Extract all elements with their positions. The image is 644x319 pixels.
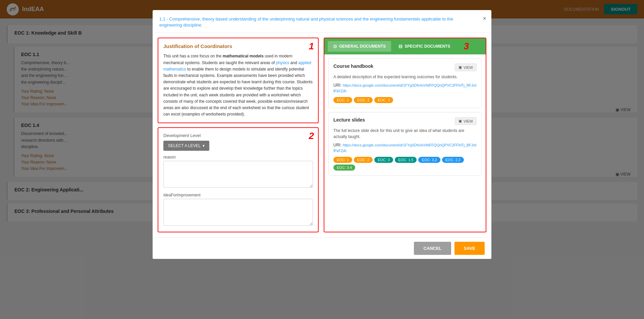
doc2-tag-6: EOC: 2.2 xyxy=(442,157,464,163)
doc2-tag-2: EOC: 2 xyxy=(354,157,373,163)
save-button[interactable]: SAVE xyxy=(454,242,485,255)
doc1-tag-2: EOC: 2 xyxy=(354,97,373,103)
specific-doc-icon: ⊟ xyxy=(398,44,402,49)
doc1-uri-label: URI: xyxy=(333,83,341,88)
section1-title: Justification of Coordinators xyxy=(163,43,313,49)
modal-footer: CANCEL SAVE xyxy=(153,237,491,259)
doc2-uri-section: URI: https://docs.google.com/document/d/… xyxy=(333,142,477,153)
modal-close-button[interactable]: × xyxy=(483,15,486,22)
idea-textarea[interactable] xyxy=(163,199,313,226)
doc2-tag-4: EOC: 1.5 xyxy=(395,157,417,163)
doc1-tag-1: EOC: 1 xyxy=(333,97,352,103)
reason-label: reason xyxy=(163,155,313,160)
tab-specific-documents[interactable]: ⊟ SPECIFIC DOCUMENTS xyxy=(393,41,455,52)
doc-tabs: ⊙ GENERAL DOCUMENTS ⊟ SPECIFIC DOCUMENTS xyxy=(324,38,486,54)
section1-box: 1 Justification of Coordinators This uni… xyxy=(158,38,319,123)
doc2-uri-link[interactable]: https://docs.google.com/document/d/1FYgS… xyxy=(333,143,476,152)
doc2-tag-5: EOC: 3.2 xyxy=(418,157,440,163)
doc1-header: Course handbook ▣ VIEW xyxy=(333,63,477,71)
right-panel: 3 ⊙ GENERAL DOCUMENTS ⊟ SPECIFIC DOCUMEN… xyxy=(324,38,486,232)
modal-dialog: 1.1 - Comprehensive, theory based unders… xyxy=(153,10,491,259)
doc2-card: Lecture slides ▣ VIEW The full lecture s… xyxy=(328,112,482,176)
doc2-uri-label: URI: xyxy=(333,143,341,147)
doc2-tags: EOC: 1 EOC: 2 EOC: 3 EOC: 1.5 EOC: 3.2 E… xyxy=(333,157,477,171)
doc2-title: Lecture slides xyxy=(333,117,365,123)
doc1-view-icon: ▣ xyxy=(459,65,462,70)
doc1-uri-link[interactable]: https://docs.google.com/document/d/1FYgS… xyxy=(333,83,476,93)
doc2-tag-1: EOC: 1 xyxy=(333,157,352,163)
doc1-title: Course handbook xyxy=(333,63,373,69)
doc1-description: A detailed description of the expected l… xyxy=(333,74,477,80)
doc2-description: The full lecture slide deck for this uni… xyxy=(333,128,477,140)
reason-textarea[interactable] xyxy=(163,161,313,188)
doc1-uri-section: URI: https://docs.google.com/document/d/… xyxy=(333,83,477,94)
section2-number: 2 xyxy=(309,131,314,141)
doc2-header: Lecture slides ▣ VIEW xyxy=(333,117,477,125)
doc1-view-button[interactable]: ▣ VIEW xyxy=(455,63,477,71)
doc2-tag-3: EOC: 3 xyxy=(374,157,393,163)
cancel-button[interactable]: CANCEL xyxy=(414,242,451,255)
modal-title: 1.1 - Comprehensive, theory based unders… xyxy=(159,16,485,28)
idea-label: ideaForImprovement xyxy=(163,193,313,197)
modal-overlay: 1.1 - Comprehensive, theory based unders… xyxy=(0,0,644,319)
general-doc-icon: ⊙ xyxy=(333,44,337,49)
modal-header: 1.1 - Comprehensive, theory based unders… xyxy=(153,10,491,33)
doc2-view-button[interactable]: ▣ VIEW xyxy=(455,117,477,125)
section1-text: This unit has a core focus on the mathem… xyxy=(163,53,313,118)
modal-body: 1 Justification of Coordinators This uni… xyxy=(153,33,491,237)
select-level-button[interactable]: SELECT A LEVEL xyxy=(163,141,209,151)
section1-number: 1 xyxy=(309,41,314,52)
doc1-card: Course handbook ▣ VIEW A detailed descri… xyxy=(328,58,482,108)
doc1-tag-3: EOC: 3 xyxy=(374,97,393,103)
doc2-tag-7: EOC: 3.4 xyxy=(333,165,355,171)
doc1-tags: EOC: 1 EOC: 2 EOC: 3 xyxy=(333,97,477,103)
docs-list: Course handbook ▣ VIEW A detailed descri… xyxy=(324,54,486,232)
section3-number: 3 xyxy=(464,41,469,52)
section2-box: 2 Development Level SELECT A LEVEL reaso… xyxy=(158,127,319,232)
tab-general-documents[interactable]: ⊙ GENERAL DOCUMENTS xyxy=(328,41,391,52)
doc2-view-icon: ▣ xyxy=(459,119,462,123)
left-panel: 1 Justification of Coordinators This uni… xyxy=(158,38,319,232)
dev-level-label: Development Level xyxy=(163,133,313,138)
